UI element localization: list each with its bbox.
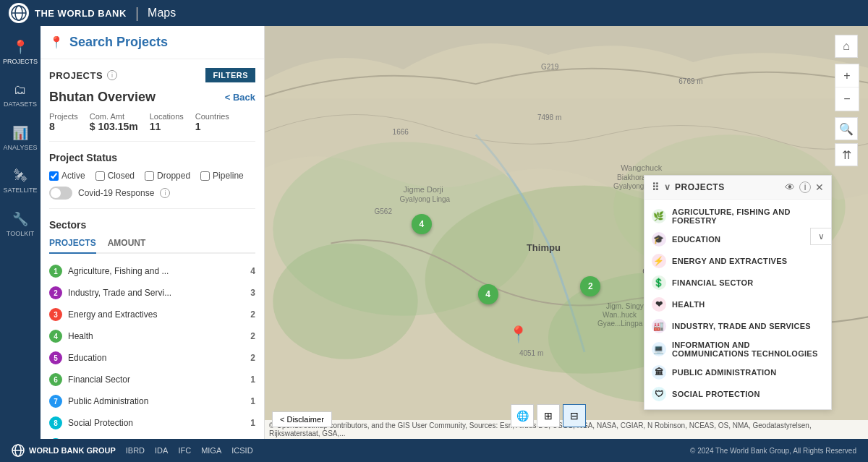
map-type-grid[interactable]: ⊟ bbox=[563, 404, 586, 427]
stat-projects-label: Projects bbox=[49, 112, 78, 121]
footer-link-ida[interactable]: IDA bbox=[155, 446, 168, 455]
projects-icon: 📍 bbox=[12, 39, 28, 55]
covid-label: Covid-19 Response bbox=[78, 188, 154, 198]
satellite-icon: 🛰 bbox=[14, 168, 27, 184]
footer-link-miga[interactable]: MIGA bbox=[201, 446, 221, 455]
svg-text:G219: G219 bbox=[541, 63, 559, 71]
map-type-layer[interactable]: ⊞ bbox=[537, 404, 560, 427]
map-marker-2[interactable]: 2 bbox=[580, 276, 600, 296]
svg-text:Thimpu: Thimpu bbox=[527, 242, 561, 253]
map-area[interactable]: Jigme Dorji Gyalyong Linga Wangchuck Bia… bbox=[265, 26, 868, 439]
legend-title: ⠿ ∨ PROJECTS bbox=[652, 181, 725, 193]
sector-list-item[interactable]: 3 Energy and Extractives 2 bbox=[49, 304, 255, 325]
sector-list-item[interactable]: 5 Education 2 bbox=[49, 348, 255, 368]
map-type-globe[interactable]: 🌐 bbox=[511, 404, 534, 427]
checkbox-dropped-input[interactable] bbox=[145, 171, 154, 181]
sidebar-item-analyses[interactable]: 📊 ANALYSES bbox=[0, 118, 41, 158]
map-controls: ⌂ + − 🔍 ⇈ bbox=[835, 35, 859, 166]
stat-projects-value: 8 bbox=[49, 121, 78, 132]
legend-list-item[interactable]: 💻 INFORMATION AND COMMUNICATIONS TECHNOL… bbox=[652, 337, 824, 362]
legend-list-item[interactable]: ❤ HEALTH bbox=[652, 294, 824, 315]
map-pin-location[interactable]: 📍 bbox=[509, 325, 528, 344]
legend-info-icon[interactable]: i bbox=[799, 181, 811, 193]
tab-amount[interactable]: AMOUNT bbox=[108, 238, 146, 252]
sidebar-item-datasets[interactable]: 🗂 DATASETS bbox=[0, 75, 41, 115]
stat-locations-label: Locations bbox=[150, 112, 184, 121]
map-marker-4[interactable]: 4 bbox=[478, 284, 498, 304]
legend-list-item[interactable]: 🏭 INDUSTRY, TRADE AND SERVICES bbox=[652, 315, 824, 337]
app-header: THE WORLD BANK | Maps bbox=[0, 0, 868, 26]
covid-toggle-row: Covid-19 Response i bbox=[49, 187, 255, 200]
footer-copyright: © 2024 The World Bank Group, All Rights … bbox=[690, 447, 856, 455]
svg-point-28 bbox=[273, 244, 417, 359]
sector-list-item[interactable]: 4 Health 2 bbox=[49, 326, 255, 346]
side-panel: 📍 Search Projects PROJECTS i FILTERS Bhu… bbox=[41, 26, 265, 439]
sidebar-item-projects[interactable]: 📍 PROJECTS bbox=[0, 32, 41, 72]
search-icon: 📍 bbox=[49, 35, 64, 49]
share-button[interactable]: ⇈ bbox=[835, 143, 858, 166]
sector-list-item[interactable]: 8 Social Protection 1 bbox=[49, 413, 255, 433]
stat-countries-label: Countries bbox=[195, 112, 229, 121]
checkbox-pipeline-input[interactable] bbox=[200, 171, 210, 181]
sidebar-item-satellite[interactable]: 🛰 SATELLITE bbox=[0, 161, 41, 201]
sector-list-item[interactable]: 9 Water, Sanitation and Was... 1 bbox=[49, 435, 255, 439]
svg-text:Jigme Dorji: Jigme Dorji bbox=[404, 185, 443, 194]
svg-text:G562: G562 bbox=[375, 208, 393, 215]
sidebar-item-label: SATELLITE bbox=[4, 187, 38, 194]
stat-locations: Locations 11 bbox=[150, 112, 184, 132]
footer-brand: WORLD BANK GROUP bbox=[29, 446, 116, 455]
footer-link-ifc[interactable]: IFC bbox=[178, 446, 191, 455]
stat-com-amt-label: Com. Amt bbox=[90, 112, 138, 121]
svg-text:Gyalyong Linga: Gyalyong Linga bbox=[400, 195, 451, 203]
zoom-out-button[interactable]: − bbox=[835, 87, 859, 111]
footer-link-icsid[interactable]: ICSID bbox=[231, 446, 252, 455]
main-layout: 📍 PROJECTS 🗂 DATASETS 📊 ANALYSES 🛰 SATEL… bbox=[0, 26, 868, 439]
sidebar-item-label: PROJECTS bbox=[3, 58, 38, 65]
back-button[interactable]: < Back bbox=[225, 92, 255, 103]
checkbox-active-input[interactable] bbox=[49, 171, 59, 181]
sector-list-item[interactable]: 2 Industry, Trade and Servi... 3 bbox=[49, 283, 255, 303]
stat-countries: Countries 1 bbox=[195, 112, 229, 132]
checkbox-closed-input[interactable] bbox=[95, 171, 105, 181]
legend-list-item[interactable]: 🛡 SOCIAL PROTECTION bbox=[652, 383, 824, 405]
panel-body: PROJECTS i FILTERS Bhutan Overview < Bac… bbox=[41, 59, 264, 439]
projects-header: PROJECTS i FILTERS bbox=[49, 68, 255, 82]
legend-list-item[interactable]: 🌿 AGRICULTURE, FISHING AND FORESTRY bbox=[652, 204, 824, 228]
home-button[interactable]: ⌂ bbox=[835, 35, 858, 58]
svg-text:7498 m: 7498 m bbox=[537, 114, 561, 121]
checkbox-pipeline[interactable]: Pipeline bbox=[200, 171, 244, 181]
status-title: Project Status bbox=[49, 152, 255, 163]
covid-info-icon[interactable]: i bbox=[160, 188, 170, 198]
covid-toggle[interactable] bbox=[49, 187, 72, 200]
sectors-section: Sectors PROJECTS AMOUNT 1 Agriculture, F… bbox=[49, 219, 255, 439]
header-divider: | bbox=[135, 5, 139, 22]
footer-link-ibrd[interactable]: IBRD bbox=[126, 446, 145, 455]
sector-list-item[interactable]: 7 Public Administration 1 bbox=[49, 391, 255, 411]
search-label: Search Projects bbox=[69, 35, 168, 50]
svg-text:4051 m: 4051 m bbox=[519, 349, 543, 357]
projects-info-icon[interactable]: i bbox=[107, 70, 117, 80]
svg-text:1666: 1666 bbox=[393, 128, 409, 136]
sidebar-item-toolkit[interactable]: 🔧 TOOLKIT bbox=[0, 204, 41, 244]
zoom-in-button[interactable]: + bbox=[835, 64, 859, 87]
sector-list-item[interactable]: 1 Agriculture, Fishing and ... 4 bbox=[49, 261, 255, 281]
filters-button[interactable]: FILTERS bbox=[205, 68, 255, 82]
disclaimer-button[interactable]: < Disclaimer bbox=[272, 411, 332, 427]
stat-projects: Projects 8 bbox=[49, 112, 78, 132]
legend-list-item[interactable]: ⚡ ENERGY AND EXTRACTIVES bbox=[652, 250, 824, 272]
sectors-title: Sectors bbox=[49, 219, 255, 231]
legend-view-icon[interactable]: 👁 bbox=[785, 181, 795, 193]
legend-list-item[interactable]: 🏛 PUBLIC ADMINISTRATION bbox=[652, 362, 824, 383]
legend-collapse-button[interactable]: ∨ bbox=[810, 228, 832, 245]
legend-header: ⠿ ∨ PROJECTS 👁 i ✕ bbox=[644, 176, 831, 200]
legend-list-item[interactable]: 💲 FINANCIAL SECTOR bbox=[652, 272, 824, 294]
search-map-button[interactable]: 🔍 bbox=[835, 117, 858, 140]
map-marker-1[interactable]: 4 bbox=[412, 214, 432, 234]
footer-logo: WORLD BANK GROUP bbox=[12, 444, 116, 457]
checkbox-dropped[interactable]: Dropped bbox=[145, 171, 190, 181]
checkbox-closed[interactable]: Closed bbox=[95, 171, 135, 181]
tab-projects[interactable]: PROJECTS bbox=[49, 238, 96, 254]
checkbox-active[interactable]: Active bbox=[49, 171, 85, 181]
legend-close-button[interactable]: ✕ bbox=[815, 181, 824, 193]
sector-list-item[interactable]: 6 Financial Sector 1 bbox=[49, 369, 255, 390]
